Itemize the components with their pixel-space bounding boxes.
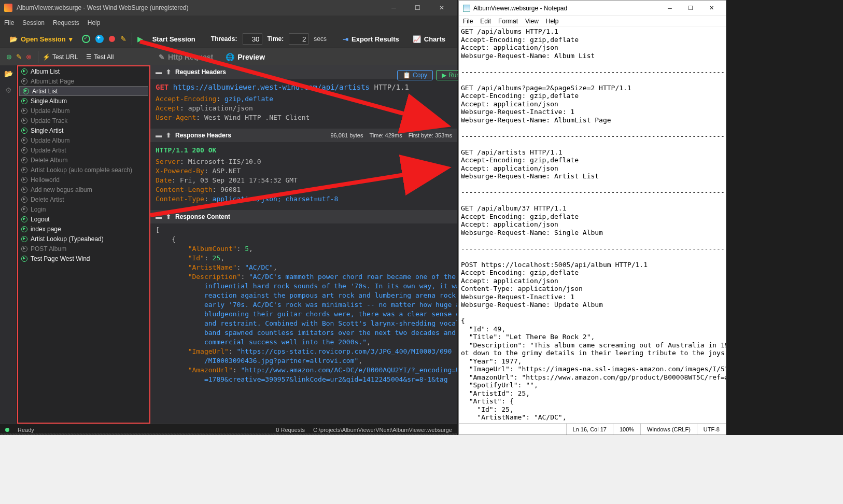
check-icon[interactable] (82, 35, 90, 43)
np-maximize-button[interactable]: ☐ (680, 3, 701, 14)
np-menu-file[interactable]: File (463, 18, 473, 25)
menu-help[interactable]: Help (88, 19, 101, 26)
request-item[interactable]: Add new bogus album (18, 185, 149, 194)
export-label: Export Results (352, 35, 399, 43)
request-item[interactable]: Delete Artist (18, 194, 149, 204)
add-icon[interactable] (95, 35, 104, 43)
folder-open-icon[interactable]: 📂 (4, 69, 13, 78)
response-content-title: Response Content (175, 213, 230, 220)
request-item-label: Album List (31, 68, 60, 75)
time-metric: Time: 429ms (369, 132, 402, 138)
request-headers-title: Request Headers (175, 68, 226, 76)
request-play-icon (21, 137, 27, 144)
notepad-window: AlbumViewer.websurge - Notepad ─ ☐ ✕ Fil… (458, 0, 726, 435)
settings-gear-icon[interactable]: ⚙ (5, 86, 12, 94)
request-item[interactable]: AlbumList Page (18, 76, 149, 86)
request-item[interactable]: Update Album (18, 106, 149, 116)
np-close-button[interactable]: ✕ (701, 3, 722, 14)
first-byte-metric: First byte: 353ms (409, 132, 452, 138)
toolbar: 📂 Open Session ▾ ✎ ▶ Start Session Threa… (0, 30, 457, 48)
status-ready: Ready (18, 427, 34, 433)
globe-icon: 🌐 (226, 53, 234, 61)
request-item-label: Test Page West Wind (31, 255, 90, 262)
request-item-label: Single Album (31, 97, 67, 105)
request-play-icon (23, 88, 29, 94)
copy-label: Copy (413, 72, 427, 79)
test-all-label: Test All (94, 53, 114, 61)
np-encoding: UTF-8 (697, 424, 726, 435)
np-menu-view[interactable]: View (525, 18, 539, 25)
request-item[interactable]: Helloworld (18, 175, 149, 185)
test-all-button[interactable]: ☰ Test All (82, 53, 118, 61)
copy-button[interactable]: 📋Copy (397, 70, 433, 80)
request-item[interactable]: Login (18, 204, 149, 214)
request-play-icon (21, 197, 27, 203)
request-play-icon (21, 108, 27, 114)
status-path: C:\projects\AlbumViewerVNext\AlbumViewer… (313, 427, 452, 433)
bytes-metric: 96,081 bytes (330, 132, 363, 138)
request-item[interactable]: Single Artist (18, 125, 149, 135)
charts-button[interactable]: 📈 Charts (409, 34, 449, 45)
start-session-button[interactable]: Start Session (148, 34, 200, 45)
request-item-label: Artist List (32, 88, 58, 95)
request-list: Album ListAlbumList PageArtist ListSingl… (17, 65, 150, 424)
delete-request-icon[interactable]: ⊗ (26, 53, 32, 61)
np-menu-help[interactable]: Help (546, 18, 559, 25)
upload-icon: ⬆ (166, 213, 171, 220)
np-menu-edit[interactable]: Edit (480, 18, 491, 25)
maximize-button[interactable]: ☐ (406, 0, 429, 16)
test-url-button[interactable]: ⚡ Test URL (38, 53, 82, 61)
menu-requests[interactable]: Requests (53, 19, 79, 26)
request-item[interactable]: Artist Lookup (Typeahead) (18, 234, 149, 244)
request-item[interactable]: Test Page West Wind (18, 254, 149, 263)
request-item[interactable]: Single Album (18, 96, 149, 106)
request-play-icon (21, 118, 27, 124)
request-item[interactable]: Artist Lookup (auto complete search) (18, 165, 149, 175)
edit-request-icon[interactable]: ✎ (16, 53, 22, 61)
add-request-icon[interactable]: ⊕ (6, 53, 12, 61)
upload-icon: ⬆ (166, 132, 171, 139)
export-results-button[interactable]: ⇥ Export Results (339, 34, 403, 45)
tab-http-label: Http Request (168, 53, 213, 61)
tab-preview[interactable]: 🌐 Preview (226, 53, 265, 61)
close-button[interactable]: ✕ (430, 0, 453, 16)
app-logo-icon (4, 4, 12, 12)
request-play-icon (21, 187, 27, 193)
time-input[interactable] (289, 33, 308, 45)
request-item[interactable]: Logout (18, 214, 149, 224)
bolt-icon: ⚡ (43, 53, 50, 61)
notepad-body[interactable]: GET /api/albums HTTP/1.1 Accept-Encoding… (459, 26, 726, 423)
request-item[interactable]: Update Artist (18, 145, 149, 155)
secs-label: secs (314, 35, 327, 43)
threads-input[interactable] (243, 33, 262, 45)
open-session-button[interactable]: 📂 Open Session ▾ (5, 34, 77, 45)
play-icon: ▶ (442, 72, 446, 79)
response-headers-header[interactable]: ▬ ⬆ Response Headers 96,081 bytes Time: … (150, 129, 457, 142)
http-version: HTTP/1.1 (374, 83, 409, 91)
main-panel: ▬ ⬆ Request Headers GET https://albumvie… (150, 65, 457, 424)
request-item[interactable]: index page (18, 224, 149, 234)
response-content-header[interactable]: ▬ ⬆ Response Content (150, 210, 457, 223)
request-item[interactable]: Update Track (18, 116, 149, 125)
menu-file[interactable]: File (4, 19, 14, 26)
tab-http-request[interactable]: ✎ Http Request (159, 53, 213, 61)
minimize-button[interactable]: ─ (382, 0, 405, 16)
menu-session[interactable]: Session (22, 19, 45, 26)
request-item[interactable]: Delete Album (18, 155, 149, 165)
request-play-icon (21, 256, 27, 262)
menubar: File Session Requests Help (0, 16, 457, 30)
charts-label: Charts (424, 35, 445, 43)
request-play-icon (21, 226, 27, 232)
request-item[interactable]: Album List (18, 66, 149, 76)
edit-icon[interactable]: ✎ (120, 35, 127, 43)
request-item[interactable]: POST Album (18, 244, 149, 254)
record-icon[interactable] (109, 36, 115, 42)
test-url-label: Test URL (52, 53, 78, 61)
request-item[interactable]: Artist List (19, 86, 148, 96)
request-play-icon (21, 236, 27, 242)
np-minimize-button[interactable]: ─ (659, 3, 680, 14)
request-item[interactable]: Update Album (18, 135, 149, 145)
notepad-title: AlbumViewer.websurge - Notepad (473, 5, 659, 12)
np-menu-format[interactable]: Format (498, 18, 518, 25)
request-line: GET https://albumviewer.west-wind.com/ap… (150, 79, 457, 93)
